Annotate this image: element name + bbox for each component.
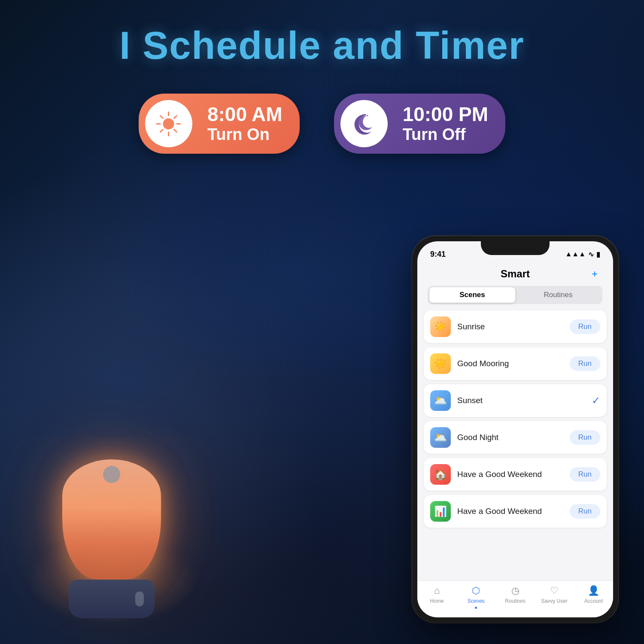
pm-time: 10:00 PM <box>403 103 488 125</box>
add-button[interactable]: + <box>587 266 602 282</box>
wifi-icon: ∿ <box>588 250 594 258</box>
nav-item-savvy[interactable]: ♡ Savvy User <box>535 585 574 609</box>
scene-name: Have a Good Weekend <box>457 470 570 479</box>
sun-icon <box>155 110 182 138</box>
status-icons: ▲▲▲ ∿ ▮ <box>565 250 600 258</box>
svg-line-7 <box>174 115 177 118</box>
phone-time: 9:41 <box>430 250 446 259</box>
lamp-base <box>69 580 155 618</box>
scene-check-icon: ✓ <box>592 395 600 407</box>
page-title: I Schedule and Timer <box>0 24 644 68</box>
lamp-top-button[interactable] <box>103 466 120 483</box>
pm-action: Turn Off <box>403 125 488 144</box>
scene-name: Good Night <box>457 433 570 442</box>
list-item: 🌥️ Good Night Run <box>424 421 607 454</box>
scene-run-button[interactable]: Run <box>570 467 600 482</box>
svg-line-8 <box>161 129 163 132</box>
scene-run-button[interactable]: Run <box>570 504 600 519</box>
scenes-nav-icon: ⬡ <box>472 585 480 596</box>
account-nav-icon: 👤 <box>588 585 599 596</box>
scene-run-button[interactable]: Run <box>570 319 600 334</box>
scene-name: Good Mooring <box>457 359 570 368</box>
scene-name: Sunrise <box>457 322 570 331</box>
scene-name: Sunset <box>457 396 592 405</box>
scene-name: Have a Good Weekend <box>457 507 570 516</box>
svg-line-5 <box>161 115 163 118</box>
nav-label: Home <box>430 598 444 604</box>
am-schedule-card[interactable]: 8:00 AM Turn On <box>139 94 300 154</box>
pm-icon-circle <box>340 100 388 147</box>
pm-schedule-text: 10:00 PM Turn Off <box>394 97 505 150</box>
list-item: 🏠 Have a Good Weekend Run <box>424 458 607 491</box>
main-content: I Schedule and Timer <box>0 0 644 644</box>
home-nav-icon: ⌂ <box>434 585 440 596</box>
scene-run-button[interactable]: Run <box>570 430 600 445</box>
list-item: 🌥️ Sunset ✓ <box>424 384 607 417</box>
scene-run-button[interactable]: Run <box>570 356 600 371</box>
am-action: Turn On <box>207 125 283 144</box>
list-item: ☀️ Good Mooring Run <box>424 347 607 380</box>
scenes-list: ☀️ Sunrise Run ☀️ Good Mooring Run 🌥️ Su… <box>417 310 613 528</box>
nav-label: Scenes <box>468 598 485 604</box>
title-section: I Schedule and Timer <box>0 0 644 68</box>
nav-item-home[interactable]: ⌂ Home <box>417 585 456 609</box>
scene-icon-weekend2: 📊 <box>430 501 451 522</box>
nav-item-routines[interactable]: ◷ Routines <box>495 585 535 609</box>
am-time: 8:00 AM <box>207 103 283 125</box>
pm-schedule-card[interactable]: 10:00 PM Turn Off <box>334 94 505 154</box>
phone-container: 9:41 ▲▲▲ ∿ ▮ Smart + <box>412 236 618 623</box>
signal-icon: ▲▲▲ <box>565 250 586 258</box>
nav-label: Savvy User <box>541 598 568 604</box>
nav-label: Routines <box>505 598 525 604</box>
scene-icon-weekend: 🏠 <box>430 464 451 485</box>
scene-icon-night: 🌥️ <box>430 427 451 448</box>
lamp-base-button[interactable] <box>135 592 144 607</box>
phone-bottom-nav: ⌂ Home ⬡ Scenes ◷ Routines <box>417 580 613 617</box>
am-icon-circle <box>145 100 192 147</box>
moon-icon <box>350 110 378 138</box>
phone-header: Smart + <box>417 263 613 286</box>
svg-point-0 <box>164 118 174 129</box>
lamp-shade <box>62 459 161 580</box>
phone-frame: 9:41 ▲▲▲ ∿ ▮ Smart + <box>412 236 618 623</box>
am-schedule-text: 8:00 AM Turn On <box>199 97 300 150</box>
scene-icon-sunset: 🌥️ <box>430 390 451 411</box>
schedule-section: 8:00 AM Turn On 10:00 PM Turn Off <box>0 94 644 154</box>
scene-icon-morning: ☀️ <box>430 353 451 374</box>
nav-item-account[interactable]: 👤 Account <box>574 585 613 609</box>
nav-item-scenes[interactable]: ⬡ Scenes <box>456 585 495 609</box>
phone-notch <box>481 241 550 255</box>
tab-routines[interactable]: Routines <box>515 287 601 303</box>
nav-label: Account <box>584 598 603 604</box>
lamp-body <box>62 459 161 618</box>
savvy-nav-icon: ♡ <box>550 585 559 596</box>
battery-icon: ▮ <box>596 250 600 258</box>
bottom-section: 9:41 ▲▲▲ ∿ ▮ Smart + <box>0 236 644 644</box>
active-indicator <box>475 607 477 609</box>
list-item: 📊 Have a Good Weekend Run <box>424 495 607 528</box>
routines-nav-icon: ◷ <box>511 585 519 596</box>
list-item: ☀️ Sunrise Run <box>424 310 607 343</box>
tab-bar: Scenes Routines <box>428 286 602 304</box>
lamp-container <box>34 386 189 644</box>
app-title: Smart <box>444 268 587 280</box>
scene-icon-sunrise: ☀️ <box>430 316 451 337</box>
tab-scenes[interactable]: Scenes <box>429 287 515 303</box>
svg-line-6 <box>174 129 177 132</box>
phone-screen: 9:41 ▲▲▲ ∿ ▮ Smart + <box>417 241 613 617</box>
